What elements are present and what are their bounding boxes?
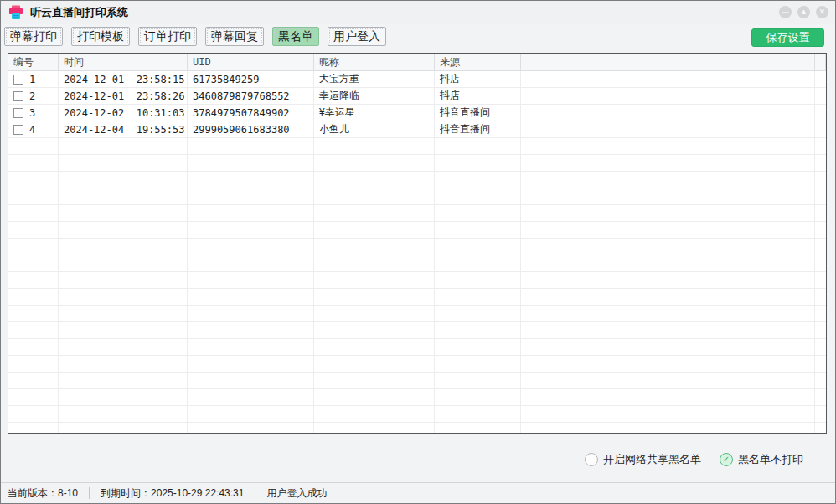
tab-danmu-reply[interactable]: 弹幕回复 [205, 27, 264, 46]
cell-empty [314, 423, 435, 434]
cell-empty [435, 356, 521, 372]
table-row[interactable]: 42024-12-04 19:55:532999059061683380小鱼儿抖… [8, 121, 826, 138]
cell-empty [815, 255, 826, 271]
cell-empty [521, 121, 815, 137]
table-row-empty [8, 406, 826, 423]
tab-blacklist[interactable]: 黑名单 [272, 27, 319, 46]
tab-bar: 弹幕打印打印模板订单打印弹幕回复黑名单用户登入 [4, 27, 386, 46]
tab-user-login[interactable]: 用户登入 [328, 27, 386, 46]
cell-empty [59, 322, 188, 338]
share-blacklist-radio-icon[interactable] [585, 453, 598, 466]
cell-empty [815, 389, 826, 405]
cell-empty [314, 406, 435, 422]
cell-empty [8, 356, 59, 372]
cell-empty [59, 339, 188, 355]
no-print-check-icon[interactable]: ✓ [720, 453, 733, 466]
row-checkbox[interactable] [13, 75, 23, 85]
cell-empty [314, 356, 435, 372]
cell-empty [815, 222, 826, 238]
cell-empty [188, 255, 314, 271]
cell-empty [59, 255, 188, 271]
cell-time: 2024-12-04 19:55:53 [59, 121, 188, 137]
table-row-empty [8, 423, 826, 434]
table-row-empty [8, 306, 826, 322]
window-controls: —▲✕ [773, 6, 828, 18]
share-blacklist-option[interactable]: 开启网络共享黑名单 [585, 452, 701, 467]
row-checkbox[interactable] [13, 125, 23, 135]
cell-empty [521, 71, 815, 87]
expiry-text: 到期时间：2025-10-29 22:43:31 [101, 486, 244, 501]
table-row-empty [8, 188, 826, 205]
table-row-empty [8, 289, 826, 306]
cell-empty [188, 188, 314, 204]
table-row-empty [8, 373, 826, 389]
cell-empty [815, 373, 826, 388]
cell-empty [314, 389, 435, 405]
no-print-label: 黑名单不打印 [738, 452, 803, 467]
cell-empty [314, 289, 435, 305]
cell-empty [188, 239, 314, 255]
close-button[interactable]: ✕ [816, 6, 828, 18]
status-separator [89, 487, 90, 499]
table-row[interactable]: 12024-12-01 23:58:1561735849259大宝方重抖店 [8, 71, 826, 88]
cell-empty [521, 255, 815, 271]
save-settings-button[interactable]: 保存设置 [751, 28, 824, 47]
table-row-empty [8, 356, 826, 373]
tab-danmu-print[interactable]: 弹幕打印 [4, 27, 63, 46]
cell-source: 抖店 [435, 71, 521, 87]
share-blacklist-label: 开启网络共享黑名单 [603, 452, 701, 467]
cell-empty [815, 306, 826, 321]
maximize-button[interactable]: ▲ [797, 6, 810, 18]
cell-empty [521, 389, 815, 405]
cell-empty [521, 88, 815, 104]
cell-empty [435, 239, 521, 255]
column-header: 编号 [8, 54, 59, 70]
row-checkbox[interactable] [13, 91, 23, 101]
cell-empty [188, 155, 314, 171]
cell-empty [314, 272, 435, 288]
row-checkbox[interactable] [13, 108, 23, 118]
cell-source: 抖音直播间 [435, 121, 521, 137]
blacklist-table: 编号时间UID昵称来源 12024-12-01 23:58:1561735849… [8, 53, 827, 434]
cell-empty [314, 188, 435, 204]
cell-empty [314, 155, 435, 171]
row-number: 3 [29, 107, 35, 119]
column-header [815, 54, 826, 70]
no-print-option[interactable]: ✓ 黑名单不打印 [720, 452, 803, 467]
cell-empty [435, 205, 521, 221]
cell-empty [8, 188, 59, 204]
table-row[interactable]: 22024-12-01 23:58:263460879879768552幸运降临… [8, 88, 826, 105]
table-row-empty [8, 255, 826, 272]
cell-nickname: 幸运降临 [314, 88, 435, 104]
cell-empty [314, 205, 435, 221]
table-body: 12024-12-01 23:58:1561735849259大宝方重抖店220… [8, 71, 826, 434]
cell-empty [8, 339, 59, 355]
cell-uid: 3784979507849902 [188, 105, 314, 121]
cell-empty [59, 373, 188, 388]
cell-time: 2024-12-02 10:31:03 [59, 105, 188, 121]
tab-order-print[interactable]: 订单打印 [138, 27, 197, 46]
cell-empty [314, 172, 435, 188]
cell-empty [435, 423, 521, 434]
cell-empty [815, 205, 826, 221]
row-number: 4 [29, 124, 35, 136]
cell-empty [59, 205, 188, 221]
cell-empty [59, 155, 188, 171]
cell-empty [59, 389, 188, 405]
cell-empty [8, 373, 59, 388]
version-text: 当前版本：8-10 [8, 486, 78, 501]
cell-empty [188, 138, 314, 154]
cell-empty [8, 172, 59, 188]
table-row-empty [8, 339, 826, 356]
table-row[interactable]: 32024-12-02 10:31:033784979507849902¥幸运星… [8, 105, 826, 121]
minimize-button[interactable]: — [779, 6, 792, 18]
cell-nickname: 小鱼儿 [314, 121, 435, 137]
window-title: 听云直播间打印系统 [30, 5, 128, 20]
cell-empty [188, 322, 314, 338]
cell-uid: 3460879879768552 [188, 88, 314, 104]
table-header-row: 编号时间UID昵称来源 [8, 54, 826, 71]
titlebar: 听云直播间打印系统 —▲✕ [1, 1, 835, 24]
tab-print-template[interactable]: 打印模板 [71, 27, 130, 46]
cell-time: 2024-12-01 23:58:15 [59, 71, 188, 87]
cell-empty [314, 255, 435, 271]
